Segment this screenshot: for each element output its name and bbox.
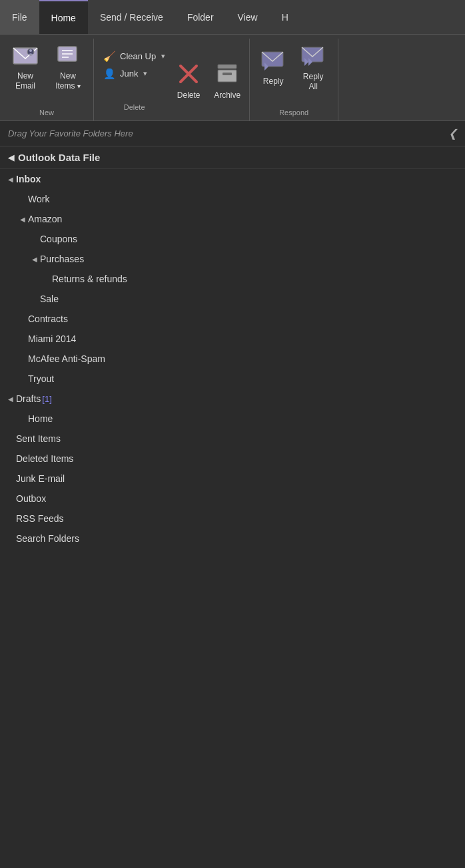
folder-name-junk-email: Junk E-mail [16, 473, 465, 484]
delete-icon [177, 62, 201, 88]
folder-name-rss-feeds: RSS Feeds [16, 513, 465, 524]
folder-tree: ◀Inbox◀Work◀Amazon◀Coupons◀Purchases◀Ret… [0, 169, 465, 548]
folder-item-sent-items[interactable]: ◀Sent Items [0, 429, 465, 449]
ribbon-new-label: New [5, 106, 88, 120]
folder-name-amazon: Amazon [28, 214, 465, 224]
new-email-label: NewEmail [15, 71, 35, 91]
folder-badge-drafts: [1] [42, 394, 51, 404]
folder-triangle-inbox: ◀ [8, 176, 13, 183]
folder-item-drafts[interactable]: ◀Drafts[1] [0, 389, 465, 409]
cleanup-button[interactable]: 🧹 Clean Up ▾ [98, 49, 171, 65]
menu-file[interactable]: File [0, 0, 39, 34]
svg-rect-10 [218, 70, 236, 82]
cleanup-dropdown-arrow: ▾ [161, 52, 165, 61]
folder-name-sale: Sale [40, 294, 465, 304]
folder-name-sent-items: Sent Items [16, 433, 465, 444]
folder-item-junk-email[interactable]: ◀Junk E-mail [0, 469, 465, 489]
folder-name-coupons: Coupons [40, 234, 465, 244]
folder-item-tryout[interactable]: ◀Tryout [0, 369, 465, 389]
menu-more[interactable]: H [270, 0, 300, 34]
new-email-button[interactable]: NewEmail [5, 41, 45, 95]
ribbon-respond-buttons: Reply ReplyAll [255, 39, 332, 106]
reply-icon [260, 49, 286, 74]
folder-name-inbox: Inbox [16, 174, 465, 184]
folder-item-amazon[interactable]: ◀Amazon [0, 209, 465, 229]
svg-rect-9 [218, 65, 236, 69]
folder-item-home-folder[interactable]: ◀Home [0, 409, 465, 429]
archive-button[interactable]: Archive [209, 55, 245, 108]
folder-name-returns: Returns & refunds [52, 274, 465, 284]
folder-item-sale[interactable]: ◀Sale [0, 289, 465, 309]
junk-button[interactable]: 👤 Junk ▾ [98, 66, 171, 82]
cleanup-label: Clean Up [120, 51, 156, 61]
folder-item-miami2014[interactable]: ◀Miami 2014 [0, 329, 465, 349]
archive-label: Archive [214, 91, 240, 100]
new-email-icon [12, 45, 39, 69]
favorites-bar: Drag Your Favorite Folders Here ❮ [0, 121, 465, 146]
menu-send-receive[interactable]: Send / Receive [88, 0, 175, 34]
folder-triangle-purchases: ◀ [32, 256, 37, 263]
svg-point-2 [29, 49, 32, 52]
reply-button[interactable]: Reply [255, 41, 291, 95]
reply-label: Reply [263, 77, 284, 86]
folder-item-returns[interactable]: ◀Returns & refunds [0, 269, 465, 289]
folder-item-coupons[interactable]: ◀Coupons [0, 229, 465, 249]
menu-folder[interactable]: Folder [175, 0, 226, 34]
junk-label: Junk [120, 69, 138, 79]
folder-item-outbox[interactable]: ◀Outbox [0, 489, 465, 509]
delete-button[interactable]: Delete [171, 55, 207, 108]
folder-name-purchases: Purchases [40, 254, 465, 264]
folder-triangle-amazon: ◀ [20, 216, 25, 223]
folder-name-work: Work [28, 194, 465, 204]
folder-triangle-drafts: ◀ [8, 395, 13, 403]
folder-name-deleted-items: Deleted Items [16, 453, 465, 464]
folder-name-drafts: Drafts[1] [16, 393, 465, 404]
ribbon-respond-label: Respond [255, 106, 332, 120]
cleanup-icon: 🧹 [103, 51, 116, 63]
folder-name-miami2014: Miami 2014 [28, 333, 465, 344]
folder-item-rss-feeds[interactable]: ◀RSS Feeds [0, 509, 465, 529]
folder-item-purchases[interactable]: ◀Purchases [0, 249, 465, 269]
archive-icon [215, 62, 239, 88]
folder-item-deleted-items[interactable]: ◀Deleted Items [0, 449, 465, 469]
delete-label: Delete [177, 91, 201, 100]
ribbon: NewEmail NewItems ▾ New 🧹 [0, 35, 465, 121]
favorites-chevron-icon[interactable]: ❮ [448, 127, 457, 140]
folder-name-outbox: Outbox [16, 493, 465, 504]
ribbon-group-new: NewEmail NewItems ▾ New [0, 39, 94, 120]
outlook-data-file-header[interactable]: ◀ Outlook Data File [0, 146, 465, 169]
ribbon-group-respond: Reply ReplyAll Respond [250, 39, 338, 120]
svg-rect-11 [223, 73, 232, 75]
junk-icon: 👤 [103, 68, 116, 80]
folder-name-contracts: Contracts [28, 314, 465, 324]
folder-name-home-folder: Home [28, 413, 465, 424]
outlook-data-file-title: Outlook Data File [18, 152, 100, 163]
outlook-data-file-triangle: ◀ [8, 153, 14, 162]
ribbon-delete-label: Delete [98, 83, 171, 115]
folder-item-search-folders[interactable]: ◀Search Folders [0, 529, 465, 548]
menu-view[interactable]: View [226, 0, 270, 34]
folder-name-tryout: Tryout [28, 373, 465, 384]
ribbon-group-delete: 🧹 Clean Up ▾ 👤 Junk ▾ Delete Delete [94, 39, 250, 120]
folder-name-search-folders: Search Folders [16, 533, 465, 544]
folder-item-inbox[interactable]: ◀Inbox [0, 169, 465, 189]
folder-item-contracts[interactable]: ◀Contracts [0, 309, 465, 329]
reply-all-button[interactable]: ReplyAll [294, 41, 332, 95]
new-items-icon [55, 45, 81, 69]
reply-all-icon [299, 45, 327, 69]
folder-item-mcafee[interactable]: ◀McAfee Anti-Spam [0, 349, 465, 369]
menu-bar: File Home Send / Receive Folder View H [0, 0, 465, 35]
new-items-label: NewItems ▾ [55, 71, 81, 91]
ribbon-new-buttons: NewEmail NewItems ▾ [5, 39, 88, 106]
favorites-placeholder: Drag Your Favorite Folders Here [8, 128, 133, 138]
new-items-button[interactable]: NewItems ▾ [48, 41, 88, 95]
reply-all-label: ReplyAll [303, 72, 324, 91]
junk-dropdown-arrow: ▾ [143, 69, 147, 78]
menu-home[interactable]: Home [39, 0, 88, 34]
folder-name-mcafee: McAfee Anti-Spam [28, 353, 465, 364]
folder-item-work[interactable]: ◀Work [0, 189, 465, 209]
